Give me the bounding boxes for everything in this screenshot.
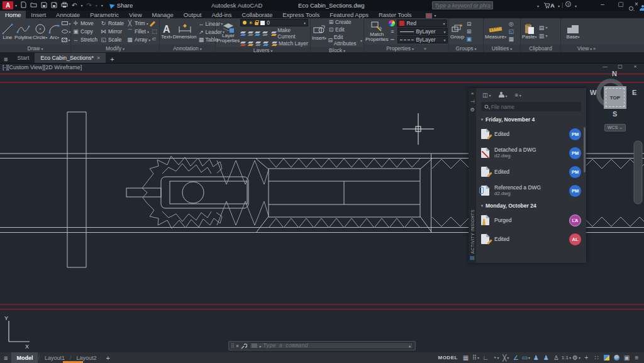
layer-tool-icon[interactable] — [263, 41, 269, 47]
offset-tool[interactable]: ⊂ — [152, 36, 157, 42]
panel-label-view[interactable]: View» — [561, 45, 644, 52]
dimension-button[interactable]: Dimension — [173, 23, 197, 40]
viewcube-south[interactable]: S — [613, 110, 617, 118]
avatar[interactable]: LA — [569, 215, 581, 226]
avatar[interactable]: PM — [569, 185, 581, 197]
file-tab-menu-icon[interactable]: ≡ — [0, 55, 11, 63]
linetype-select[interactable]: ByLayer — [397, 36, 448, 43]
layer-tool-icon[interactable] — [262, 31, 269, 36]
layout-menu-icon[interactable]: ≡ — [0, 354, 11, 362]
view-options-icon[interactable]: ◫ — [482, 92, 491, 98]
viewport-controls-label[interactable]: [-][Custom View][2D Wireframe] — [3, 64, 82, 70]
activity-entry[interactable]: Detached a DWGd2.dwg PM — [476, 143, 586, 162]
arc-button[interactable]: Arc — [48, 23, 60, 40]
plot-icon[interactable] — [61, 2, 68, 9]
tab-model[interactable]: Model — [11, 352, 38, 363]
copy-clip-tool[interactable]: ▥ — [538, 32, 547, 39]
layer-tool-icon[interactable] — [248, 41, 254, 47]
annotation-scale-value[interactable]: 1:1 — [562, 353, 571, 362]
ribbon-display-arrow-icon[interactable] — [435, 11, 436, 18]
command-icon[interactable] — [252, 343, 257, 348]
make-current-button[interactable]: Make Current — [271, 27, 309, 40]
viewcube-north[interactable]: N — [612, 70, 617, 77]
match-properties-button[interactable]: Match Properties — [365, 21, 388, 42]
rectangle-tool[interactable] — [62, 20, 70, 27]
panel-label-annotation[interactable]: Annotation — [160, 45, 215, 52]
insert-button[interactable]: Insert — [312, 25, 326, 41]
layer-tool-icon[interactable] — [255, 31, 261, 36]
panel-label-draw[interactable]: Draw — [0, 45, 70, 52]
new-drawing-tab-button[interactable]: + — [106, 55, 118, 63]
command-bar-grip[interactable]: ⣿ — [231, 343, 234, 349]
ungroup-tool[interactable]: ⊟ — [465, 21, 472, 27]
ortho-toggle[interactable]: ∟ — [481, 353, 491, 362]
customization-menu-icon[interactable]: ≡ — [632, 353, 641, 362]
save-icon[interactable] — [41, 2, 47, 9]
edit-attributes-button[interactable]: ⊟Edit Attributes — [328, 34, 362, 47]
fillet-button[interactable]: ⌒Fillet — [126, 28, 150, 36]
stretch-button[interactable]: ↔Stretch — [72, 36, 97, 43]
undo-icon[interactable]: ↶ — [72, 1, 77, 9]
redo-icon[interactable]: ↷ — [86, 1, 91, 9]
app-menu-arrow-icon[interactable] — [15, 1, 17, 10]
polyline-button[interactable]: Polyline — [14, 23, 32, 40]
avatar[interactable]: PM — [569, 147, 581, 159]
edit-block-button[interactable]: ⊡Edit — [328, 26, 362, 33]
copy-button[interactable]: ▣Copy — [72, 28, 97, 35]
layer-select[interactable]: ☀ 0 — [240, 19, 308, 26]
tab-close-icon[interactable]: × — [97, 55, 100, 61]
ribbon-tab-home[interactable]: Home — [0, 11, 26, 18]
lineweight-select[interactable]: ByLayer — [397, 28, 448, 35]
close-button[interactable]: × — [629, 1, 644, 8]
qat-customize-icon[interactable] — [101, 1, 103, 10]
vp-minimize-icon[interactable]: — — [597, 64, 613, 69]
base-button[interactable]: Base — [566, 23, 580, 40]
ribbon-tab-output[interactable]: Output — [179, 11, 207, 18]
a-menu-arrow-icon[interactable] — [558, 1, 560, 11]
line-button[interactable]: Line — [1, 23, 14, 40]
hardware-acceleration-toggle[interactable] — [602, 353, 611, 362]
layer-tool-icon[interactable] — [255, 41, 262, 47]
group-edit-tool[interactable]: ⊞ — [465, 28, 472, 35]
command-history-arrow-icon[interactable]: ▴ — [409, 343, 411, 348]
viewcube-top-face[interactable]: TOP — [604, 86, 626, 109]
command-input-box[interactable]: ▴ — [249, 342, 413, 349]
activity-entry[interactable]: Purged LA — [476, 211, 586, 230]
restore-button[interactable]: ▢ — [613, 1, 628, 8]
cut-tool[interactable]: ▤ — [538, 24, 547, 31]
activity-entry[interactable]: Edited AL — [476, 230, 586, 249]
command-input[interactable] — [263, 343, 407, 349]
rotate-button[interactable]: ↻Rotate — [100, 20, 124, 26]
annotation-monitor-toggle[interactable]: + — [582, 353, 591, 362]
ellipse-tool[interactable] — [62, 28, 70, 35]
tab-document[interactable]: Eco Cabin_Sections*× — [35, 53, 106, 63]
panel-label-modify[interactable]: Modify — [71, 45, 159, 52]
explode-tool[interactable]: ⬚ — [152, 28, 157, 35]
customize-wrench-icon[interactable] — [241, 343, 247, 349]
panel-settings-icon[interactable]: ⚙ — [470, 107, 474, 113]
share-icon[interactable] — [109, 2, 116, 8]
quick-select-tool[interactable]: ◎ — [508, 21, 514, 27]
grid-toggle[interactable]: ▦ — [461, 353, 470, 362]
object-color-select[interactable]: Red — [397, 20, 447, 27]
group-select-tool[interactable]: ▣ — [465, 36, 472, 42]
help-arrow-icon[interactable] — [575, 1, 577, 11]
circle-button[interactable]: Circle — [33, 23, 47, 40]
move-button[interactable]: ✛Move — [72, 20, 97, 26]
ribbon-tab-express-tools[interactable]: Express Tools — [277, 11, 325, 18]
activity-entry[interactable]: Edited PM — [476, 162, 586, 181]
ribbon-tab-raster-tools[interactable]: Raster Tools — [374, 11, 417, 18]
hatch-tool[interactable] — [62, 36, 70, 43]
panel-autohide-icon[interactable]: ⊣ — [470, 99, 475, 104]
share-label[interactable]: Share — [117, 2, 133, 9]
undo-arrow-icon[interactable] — [80, 1, 82, 10]
group-button[interactable]: Group — [450, 23, 464, 40]
point-style-tool[interactable]: ◱ — [508, 28, 514, 35]
clean-screen-toggle[interactable]: ▣ — [622, 353, 631, 362]
save-as-icon[interactable] — [51, 2, 57, 9]
panel-label-properties[interactable]: Properties» — [364, 45, 448, 52]
avatar[interactable]: AL — [569, 233, 581, 245]
erase-tool[interactable] — [152, 21, 157, 27]
lineweight-icon[interactable]: ≡ — [389, 28, 396, 35]
layer-properties-button[interactable]: Layer Properties — [217, 22, 240, 43]
